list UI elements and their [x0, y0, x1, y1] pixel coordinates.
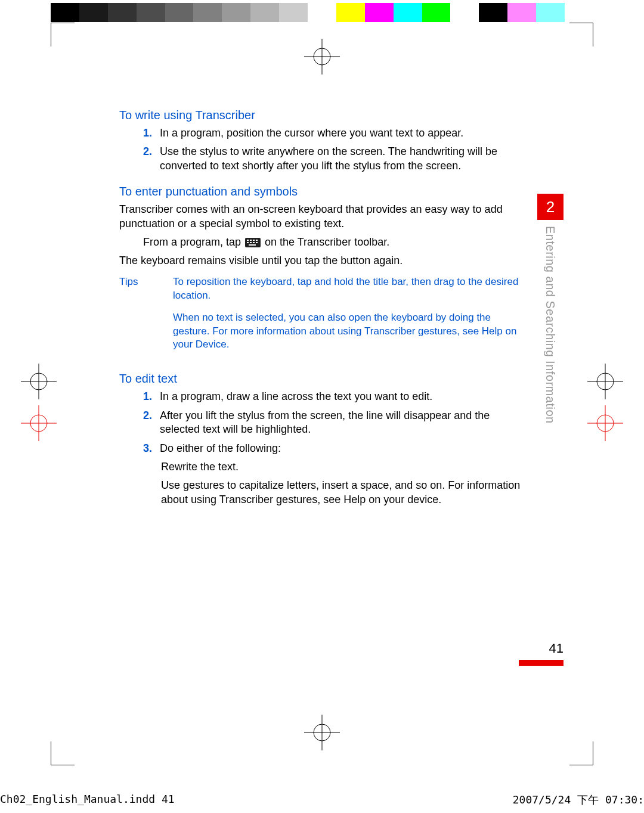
body-text: From a program, tap on the Transcriber t… — [143, 235, 525, 249]
crop-mark-icon — [569, 23, 593, 46]
crop-mark-icon — [51, 23, 75, 46]
sub-item: Use gestures to capitalize letters, inse… — [161, 479, 525, 507]
footer-slug: Ch02_English_Manual.indd 41 2007/5/24 下午… — [0, 793, 644, 807]
keyboard-icon — [245, 238, 261, 247]
body-text: The keyboard remains visible until you t… — [119, 254, 525, 268]
chapter-title: Entering and Searching Information — [537, 226, 557, 424]
sub-item: Rewrite the text. — [161, 460, 525, 474]
list-item: 3.Do either of the following: — [143, 442, 525, 455]
tip-text: To reposition the keyboard, tap and hold… — [173, 275, 525, 303]
page-content: To write using Transcriber 1.In a progra… — [119, 107, 525, 511]
step-text: In a program, draw a line across the tex… — [160, 390, 432, 402]
registration-mark-icon — [304, 715, 340, 750]
list-item: 1.In a program, position the cursor wher… — [143, 126, 525, 140]
registration-mark-icon — [21, 364, 57, 399]
registration-mark-icon — [587, 364, 623, 399]
section-heading: To write using Transcriber — [119, 107, 525, 123]
tips-block: Tips To reposition the keyboard, tap and… — [119, 275, 525, 361]
body-text: Transcriber comes with an on-screen keyb… — [119, 203, 525, 231]
tips-content: To reposition the keyboard, tap and hold… — [173, 275, 525, 361]
crop-mark-icon — [51, 741, 75, 765]
section-heading: To enter punctuation and symbols — [119, 184, 525, 199]
section-heading: To edit text — [119, 371, 525, 386]
registration-mark-icon — [587, 405, 623, 441]
step-text: Use the stylus to write anywhere on the … — [160, 145, 497, 171]
printer-color-bar — [51, 3, 593, 22]
list-item: 2.Use the stylus to write anywhere on th… — [143, 145, 525, 173]
page-number-bar — [519, 660, 564, 666]
step-text: After you lift the stylus from the scree… — [160, 409, 490, 435]
chapter-number: 2 — [537, 194, 564, 220]
page-number: 41 — [519, 641, 564, 666]
text-fragment: From a program, tap — [143, 236, 244, 248]
list-item: 1.In a program, draw a line across the t… — [143, 390, 525, 404]
registration-mark-icon — [304, 39, 340, 75]
registration-mark-icon — [21, 405, 57, 441]
chapter-tab: 2 Entering and Searching Information — [537, 194, 564, 424]
tip-text: When no text is selected, you can also o… — [173, 311, 525, 352]
slug-timestamp: 2007/5/24 下午 07:30: — [513, 793, 644, 807]
page-number-text: 41 — [549, 641, 564, 656]
crop-mark-icon — [569, 741, 593, 765]
list-item: 2.After you lift the stylus from the scr… — [143, 409, 525, 437]
slug-file: Ch02_English_Manual.indd 41 — [0, 793, 175, 807]
text-fragment: on the Transcriber toolbar. — [262, 236, 389, 248]
tips-label: Tips — [119, 275, 173, 361]
step-text: Do either of the following: — [160, 442, 281, 454]
step-text: In a program, position the cursor where … — [160, 127, 463, 139]
